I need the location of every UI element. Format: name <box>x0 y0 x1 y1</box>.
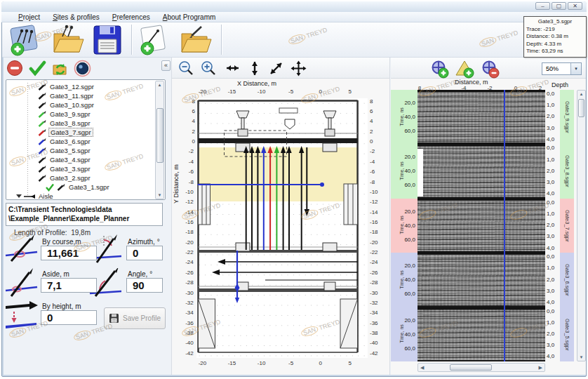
project-path: C:\Transient Technologies\data \Example_… <box>6 203 163 226</box>
zoom-in-button[interactable] <box>200 60 218 77</box>
y-tick-right: -40 <box>370 340 378 346</box>
by-course-input[interactable]: 11,661 <box>41 246 97 260</box>
maximize-button[interactable]: ▢ <box>552 2 566 10</box>
x-tick: -20 <box>199 360 207 366</box>
depth-tick: 3,0 <box>547 233 554 239</box>
radargram-body[interactable]: Time, ns20,040,060,0 0,01,02,03,04,0 Gat… <box>391 90 574 361</box>
pen-icon <box>37 110 46 119</box>
radar-vertical-scrollbar[interactable]: ▲ ▼ <box>577 90 586 361</box>
tree-item-gate3-8-sgpr[interactable]: Gate3_8.sgpr <box>6 119 155 128</box>
depth-tick: 4,0 <box>547 245 554 251</box>
pen-icon <box>37 119 46 128</box>
title-bar[interactable] <box>1 1 587 12</box>
menu-item-project[interactable]: Project <box>18 13 40 21</box>
depth-tick: 0,0 <box>547 253 554 260</box>
tree-item-gate3-6-sgpr[interactable]: Gate3_6.sgpr <box>6 137 155 146</box>
y-tick-left: -24 <box>185 259 194 265</box>
new-profile-button[interactable] <box>137 24 175 56</box>
refresh-sites-button[interactable] <box>51 60 69 77</box>
aside-input[interactable]: 7,1 <box>41 278 97 293</box>
collapse-panel-button[interactable]: « <box>161 60 171 71</box>
radargram-image[interactable] <box>417 90 545 144</box>
tree-item-gate3-11-sgpr[interactable]: Gate3_11.sgpr <box>6 91 155 100</box>
tree-item-gate3-12-sgpr[interactable]: Gate3_12.sgpr <box>6 82 155 91</box>
close-button[interactable]: ✕ <box>568 2 582 10</box>
save-profile-button[interactable]: Save Profile <box>104 307 166 329</box>
y-tick-left: -8 <box>189 179 194 185</box>
menu-item-preferences[interactable]: Preferences <box>112 13 150 21</box>
radar-segment-gate3-9-sgpr: Time, ns20,040,060,0 0,01,02,03,04,0 Gat… <box>391 90 574 144</box>
y-tick-left: -20 <box>185 239 194 246</box>
x-tick: 5 <box>349 360 352 366</box>
y-tick-left: -6 <box>189 168 194 175</box>
radar-horizontal-scrollbar[interactable]: ◀ ▶ <box>417 363 545 372</box>
tree-item-gate3-9-sgpr[interactable]: Gate3_9.sgpr <box>6 109 155 119</box>
expander-icon[interactable] <box>16 194 22 198</box>
time-tick: 60,0 <box>404 291 415 297</box>
radargram-image[interactable] <box>417 253 545 307</box>
radar-zoom-select[interactable]: 50% ▾ <box>542 62 582 75</box>
zoom-out-button[interactable] <box>178 60 195 77</box>
tree-item-gate3-3-sgpr[interactable]: Gate3_3.sgpr <box>6 164 155 173</box>
time-tick: 40,0 <box>404 168 415 174</box>
y-tick-right: -32 <box>370 300 378 306</box>
minimize-button[interactable]: – <box>535 2 550 10</box>
time-strip: Time, ns20,040,060,0 <box>391 144 417 198</box>
apply-button[interactable] <box>29 60 46 77</box>
trace-cursor-line[interactable] <box>504 90 505 361</box>
depth-tick: 4,0 <box>547 190 554 197</box>
y-tick-right: 6 <box>370 108 373 114</box>
profile-toolbar <box>2 58 171 79</box>
tree-item-gate3-5-sgpr[interactable]: Gate3_5.sgpr <box>6 146 155 155</box>
azimuth-input[interactable]: 0 <box>126 246 163 260</box>
view-eye-button[interactable] <box>74 60 91 77</box>
menu-bar: ProjectSites & profilesPreferencesAbout … <box>1 12 587 22</box>
time-axis-label: Time, ns <box>399 216 404 235</box>
y-tick-left: -36 <box>185 320 194 326</box>
tree-item-gate3-7-sgpr[interactable]: Gate3_7.sgpr <box>6 128 155 137</box>
tree-scrollbar[interactable]: ▲ ▼ <box>155 81 164 199</box>
angle-input[interactable]: 90 <box>126 278 163 293</box>
pen-icon <box>37 92 46 100</box>
radargram-image[interactable] <box>417 307 545 361</box>
time-tick: 20,0 <box>404 317 415 324</box>
add-triangle-button[interactable] <box>455 60 473 77</box>
plan-plot[interactable] <box>196 98 368 358</box>
time-strip: Time, ns20,040,060,0 <box>391 199 417 253</box>
menu-item-about-programm[interactable]: About Programm <box>163 13 216 21</box>
delete-profile-button[interactable] <box>6 60 24 77</box>
radargram-image[interactable] <box>417 144 545 198</box>
by-height-input[interactable]: 0 <box>41 310 97 325</box>
depth-tick: 0,0 <box>547 199 554 206</box>
pan-button[interactable] <box>290 60 307 77</box>
save-button[interactable] <box>91 24 124 56</box>
stretch-vertical-button[interactable] <box>246 60 264 77</box>
open-profile-button[interactable] <box>176 24 214 56</box>
pen-icon <box>37 156 46 164</box>
y-tick-left: 2 <box>192 128 194 135</box>
y-tick-right: -2 <box>370 148 375 154</box>
tree-item-gate3-4-sgpr[interactable]: Gate3_4.sgpr <box>6 155 155 164</box>
chevron-down-icon[interactable]: ▾ <box>570 63 581 74</box>
by-course-label: By course,m <box>42 238 81 246</box>
by-height-icon <box>4 300 39 333</box>
y-tick-left: -32 <box>185 300 194 306</box>
tree-item-gate3-1-sgpr[interactable]: Gate3_1.sgpr <box>6 182 155 192</box>
tree-item-gate3-2-sgpr[interactable]: Gate3_2.sgpr <box>6 173 155 182</box>
radargram-image[interactable] <box>417 199 545 253</box>
main-toolbar <box>2 22 586 58</box>
tree-item-aisle[interactable]: Aisle <box>6 192 155 200</box>
depth-tick: 4,0 <box>547 299 554 305</box>
y-tick-right: -20 <box>370 239 378 246</box>
tree-item-gate3-10-sgpr[interactable]: Gate3_10.sgpr <box>6 100 155 109</box>
remove-point-button[interactable] <box>481 60 498 77</box>
data-gap <box>417 149 423 197</box>
depth-tick: 2,0 <box>547 277 554 283</box>
add-point-button[interactable] <box>430 60 448 77</box>
y-tick-left: -18 <box>185 229 194 235</box>
stretch-diagonal-button[interactable] <box>267 60 285 77</box>
stretch-horizontal-button[interactable] <box>224 60 241 77</box>
menu-item-sites-profiles[interactable]: Sites & profiles <box>53 13 100 21</box>
new-sites-button[interactable] <box>8 24 46 56</box>
open-sites-button[interactable] <box>48 24 86 56</box>
